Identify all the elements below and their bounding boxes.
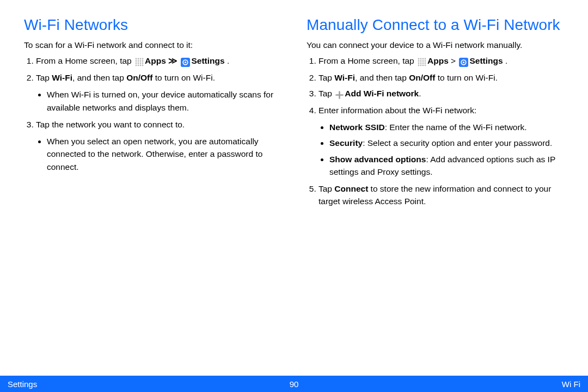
svg-point-11 [142,62,144,64]
svg-point-1 [138,58,139,59]
right-step4-text: Enter information about the Wi-Fi networ… [318,106,476,115]
svg-point-13 [138,64,139,66]
left-column: Wi-Fi Networks To scan for a Wi-Fi netwo… [24,16,284,211]
right-step2-mid: , and then tap [355,73,409,82]
apps-grid-icon [418,56,426,68]
right-step4-bullet-1: Network SSID: Enter the name of the Wi-F… [329,121,566,133]
right-step1-pre: From a Home screen, tap [318,56,416,65]
right-title: Manually Connect to a Wi-Fi Network [307,16,566,34]
onoff-bold: On/Off [126,73,152,82]
right-step-3: Tap Add Wi-Fi network. [318,87,566,101]
right-step-2: Tap Wi-Fi, and then tap On/Off to turn o… [318,71,566,84]
left-step1-pre: From a Home screen, tap [36,56,134,65]
left-step-1: From a Home screen, tap Apps ≫ Settings … [36,54,284,68]
left-step-3: Tap the network you want to connect to. … [36,118,284,173]
svg-point-6 [140,60,142,62]
settings-gear-icon [459,56,468,68]
settings-gear-icon [181,56,190,68]
right-step4-bullet-3: Show advanced options: Add advanced opti… [329,153,566,179]
svg-point-30 [425,62,426,64]
svg-point-23 [418,60,420,62]
advanced-bold: Show advanced options [329,155,426,164]
footer-section-name: Settings [8,379,37,389]
period: . [503,56,508,65]
svg-point-19 [418,58,420,59]
breadcrumb-separator: > [449,56,458,65]
svg-point-22 [425,58,426,59]
left-step3-bullet: When you select an open network, you are… [47,135,284,173]
right-step2-post: to turn on Wi-Fi. [435,73,498,82]
left-step-2: Tap Wi-Fi, and then tap On/Off to turn o… [36,71,284,114]
left-step3-bullets: When you select an open network, you are… [36,135,284,173]
wifi-bold: Wi-Fi [334,73,355,82]
apps-label: Apps [145,56,166,65]
svg-point-31 [418,64,420,66]
right-step4-bullets: Network SSID: Enter the name of the Wi-F… [318,121,566,178]
svg-point-9 [138,62,139,64]
svg-point-37 [463,62,464,63]
svg-point-18 [185,62,186,63]
two-column-layout: Wi-Fi Networks To scan for a Wi-Fi netwo… [0,0,588,211]
apps-label: Apps [427,56,449,65]
network-ssid-bold: Network SSID [329,122,385,132]
left-step2-bullet: When Wi-Fi is turned on, your device aut… [47,88,284,114]
footer-page-number: 90 [290,379,299,389]
right-step-5: Tap Connect to store the new information… [318,182,566,208]
period: . [225,56,230,65]
svg-point-14 [140,64,142,66]
right-step5-pre: Tap [318,184,334,193]
svg-point-21 [422,58,424,59]
breadcrumb-separator: ≫ [166,56,180,65]
plus-icon [335,88,344,101]
svg-point-34 [425,64,426,66]
left-steps: From a Home screen, tap Apps ≫ Settings … [24,54,284,173]
add-wifi-label: Add Wi-Fi network [345,89,419,98]
security-rest: : Select a security option and enter you… [363,138,552,148]
right-step3-post: . [419,89,421,98]
left-intro: To scan for a Wi-Fi network and connect … [24,39,284,51]
svg-point-20 [420,58,422,59]
left-step2-pre: Tap [36,73,52,82]
svg-point-0 [136,58,137,59]
svg-point-8 [136,62,137,64]
left-step2-post: to turn on Wi-Fi. [152,73,215,82]
manual-page: Wi-Fi Networks To scan for a Wi-Fi netwo… [0,0,588,392]
settings-label: Settings [191,56,224,65]
svg-point-3 [142,58,144,59]
network-ssid-rest: : Enter the name of the Wi-Fi network. [385,122,527,132]
right-intro: You can connect your device to a Wi-Fi n… [307,39,566,51]
svg-point-27 [418,62,420,64]
svg-point-7 [142,60,144,62]
svg-point-25 [422,60,424,62]
right-step-4: Enter information about the Wi-Fi networ… [318,104,566,178]
svg-point-26 [425,60,426,62]
left-step2-bullets: When Wi-Fi is turned on, your device aut… [36,88,284,114]
right-steps: From a Home screen, tap Apps > Settings … [307,54,566,207]
left-step2-mid: , and then tap [72,73,126,82]
svg-point-24 [420,60,422,62]
svg-point-29 [422,62,424,64]
right-step2-pre: Tap [318,73,334,82]
onoff-bold: On/Off [409,73,435,82]
apps-grid-icon [135,56,144,68]
footer-topic-name: Wi Fi [562,379,580,389]
svg-point-28 [420,62,422,64]
right-step4-bullet-2: Security: Select a security option and e… [329,137,566,149]
left-title: Wi-Fi Networks [24,16,284,34]
right-column: Manually Connect to a Wi-Fi Network You … [307,16,566,211]
svg-point-12 [136,64,137,66]
security-bold: Security [329,138,363,148]
svg-point-32 [420,64,422,66]
svg-point-10 [140,62,142,64]
right-step-1: From a Home screen, tap Apps > Settings … [318,54,566,68]
svg-point-5 [138,60,139,62]
page-footer: Settings 90 Wi Fi [0,376,588,392]
svg-point-15 [142,64,144,66]
wifi-bold: Wi-Fi [52,73,72,82]
connect-bold: Connect [334,184,368,193]
right-step3-pre: Tap [318,89,334,98]
svg-point-2 [140,58,142,59]
left-step3-text: Tap the network you want to connect to. [36,120,185,129]
svg-point-4 [136,60,137,62]
settings-label: Settings [469,56,503,65]
